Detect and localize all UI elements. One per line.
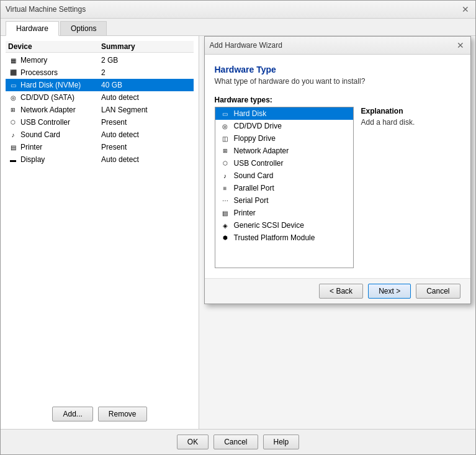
memory-icon xyxy=(8,55,18,65)
hw-label-serial: Serial Port xyxy=(234,196,269,205)
wizard-close-button[interactable]: ✕ xyxy=(456,40,465,50)
hw-item-floppy[interactable]: Floppy Drive xyxy=(215,132,353,145)
hardware-types-label: Hardware types: xyxy=(215,96,460,104)
device-label-usb: USB Controller xyxy=(20,118,70,127)
hw-serial-icon xyxy=(220,196,230,205)
next-button[interactable]: Next > xyxy=(368,284,411,299)
wizard-columns: Hard Disk CD/DVD Drive Floppy Drive xyxy=(215,107,460,268)
cancel-button[interactable]: Cancel xyxy=(213,435,258,449)
wizard-body: Hardware Type What type of hardware do y… xyxy=(205,55,470,278)
remove-button[interactable]: Remove xyxy=(98,407,147,421)
device-summary-sound: Auto detect xyxy=(101,130,191,139)
hw-item-cdvd-drive[interactable]: CD/DVD Drive xyxy=(215,120,353,132)
hw-label-printer: Printer xyxy=(234,209,256,217)
device-summary-display: Auto detect xyxy=(101,155,191,164)
hw-floppy-icon xyxy=(220,134,230,143)
device-row-processors[interactable]: Processors 2 xyxy=(6,66,194,79)
wizard-title-bar: Add Hardware Wizard ✕ xyxy=(205,37,470,55)
cdrom-icon xyxy=(8,92,18,102)
hw-item-tpm[interactable]: Trusted Platform Module xyxy=(215,232,353,244)
wizard-dialog: Add Hardware Wizard ✕ Hardware Type What… xyxy=(204,36,471,304)
device-summary-network: LAN Segment xyxy=(101,106,191,114)
back-button[interactable]: < Back xyxy=(319,284,363,299)
device-summary-usb: Present xyxy=(101,118,191,127)
col-summary-header: Summary xyxy=(101,42,191,51)
hdd-icon xyxy=(8,80,18,90)
device-label-printer: Printer xyxy=(20,143,42,151)
device-summary-processors: 2 xyxy=(101,68,191,77)
wizard-title: Add Hardware Wizard xyxy=(210,41,282,50)
cpu-icon xyxy=(8,68,18,78)
hw-label-floppy: Floppy Drive xyxy=(234,134,276,143)
device-label-cdvd: CD/DVD (SATA) xyxy=(20,93,74,102)
explanation-text: Add a hard disk. xyxy=(361,118,460,127)
device-row-network[interactable]: Network Adapter LAN Segment xyxy=(6,104,194,116)
printer-icon xyxy=(8,142,18,152)
explanation-box: Explanation Add a hard disk. xyxy=(361,107,460,268)
hw-item-sound-card[interactable]: Sound Card xyxy=(215,169,353,182)
device-label-display: Display xyxy=(20,155,45,164)
hw-cdrom-icon xyxy=(220,122,230,130)
usb-icon xyxy=(8,117,18,127)
hw-item-network-adapter[interactable]: Network Adapter xyxy=(215,145,353,157)
device-row-display[interactable]: Display Auto detect xyxy=(6,153,194,166)
col-device-header: Device xyxy=(8,42,101,51)
hw-hdd-icon xyxy=(220,109,230,118)
window-title: Virtual Machine Settings xyxy=(6,5,86,14)
ok-button[interactable]: OK xyxy=(177,435,209,449)
device-label-network: Network Adapter xyxy=(20,106,76,114)
help-button[interactable]: Help xyxy=(263,435,300,449)
wizard-heading: Hardware Type xyxy=(215,65,460,74)
add-button[interactable]: Add... xyxy=(52,407,92,421)
hw-label-parallel: Parallel Port xyxy=(234,184,274,192)
device-table: Device Summary Memory 2 GB Processors xyxy=(6,41,194,402)
hw-item-hard-disk[interactable]: Hard Disk xyxy=(215,107,353,120)
tab-hardware[interactable]: Hardware xyxy=(6,21,59,36)
device-label-sound: Sound Card xyxy=(20,130,60,139)
tab-options[interactable]: Options xyxy=(60,21,107,35)
hw-network-icon xyxy=(220,146,230,155)
left-panel: Device Summary Memory 2 GB Processors xyxy=(1,36,199,429)
sound-icon xyxy=(8,130,18,140)
hw-item-serial-port[interactable]: Serial Port xyxy=(215,194,353,207)
device-row-hard-disk[interactable]: Hard Disk (NVMe) 40 GB xyxy=(6,79,194,91)
device-row-printer[interactable]: Printer Present xyxy=(6,141,194,153)
display-icon xyxy=(8,155,18,164)
device-row-cdvd[interactable]: CD/DVD (SATA) Auto detect xyxy=(6,91,194,104)
hw-item-parallel-port[interactable]: Parallel Port xyxy=(215,182,353,194)
hw-item-usb-controller[interactable]: USB Controller xyxy=(215,157,353,169)
device-row-sound[interactable]: Sound Card Auto detect xyxy=(6,128,194,141)
wizard-cancel-button[interactable]: Cancel xyxy=(416,284,460,299)
hw-usb-icon xyxy=(220,159,230,168)
device-summary-hard-disk: 40 GB xyxy=(101,81,191,89)
table-header: Device Summary xyxy=(6,41,194,53)
main-window: Virtual Machine Settings ✕ Hardware Opti… xyxy=(0,0,476,455)
close-button[interactable]: ✕ xyxy=(460,4,470,14)
explanation-label: Explanation xyxy=(361,107,460,115)
right-panel: Disk file Capacity Add Hardware Wizard ✕… xyxy=(199,36,475,429)
wizard-overlay: Add Hardware Wizard ✕ Hardware Type What… xyxy=(199,36,475,429)
title-bar: Virtual Machine Settings ✕ xyxy=(1,1,475,19)
device-label-processors: Processors xyxy=(20,68,58,77)
wizard-footer: < Back Next > Cancel xyxy=(205,278,470,304)
main-content: Device Summary Memory 2 GB Processors xyxy=(1,36,475,429)
hw-tpm-icon xyxy=(220,233,230,242)
hw-label-hard-disk: Hard Disk xyxy=(234,109,267,118)
hw-scsi-icon xyxy=(220,221,230,230)
device-summary-printer: Present xyxy=(101,143,191,151)
hw-label-network: Network Adapter xyxy=(234,146,289,155)
tab-bar: Hardware Options xyxy=(1,19,475,36)
device-row-memory[interactable]: Memory 2 GB xyxy=(6,54,194,66)
bottom-buttons: OK Cancel Help xyxy=(1,429,475,454)
hw-item-printer[interactable]: Printer xyxy=(215,207,353,219)
hw-sound-icon xyxy=(220,171,230,180)
device-label-memory: Memory xyxy=(20,56,47,65)
hardware-list: Hard Disk CD/DVD Drive Floppy Drive xyxy=(215,107,354,268)
hw-label-cdvd: CD/DVD Drive xyxy=(234,122,282,130)
network-icon xyxy=(8,105,18,115)
device-row-usb[interactable]: USB Controller Present xyxy=(6,116,194,128)
hw-item-generic-scsi[interactable]: Generic SCSI Device xyxy=(215,219,353,232)
device-summary-memory: 2 GB xyxy=(101,56,191,65)
hw-printer-icon xyxy=(220,209,230,217)
device-summary-cdvd: Auto detect xyxy=(101,93,191,102)
